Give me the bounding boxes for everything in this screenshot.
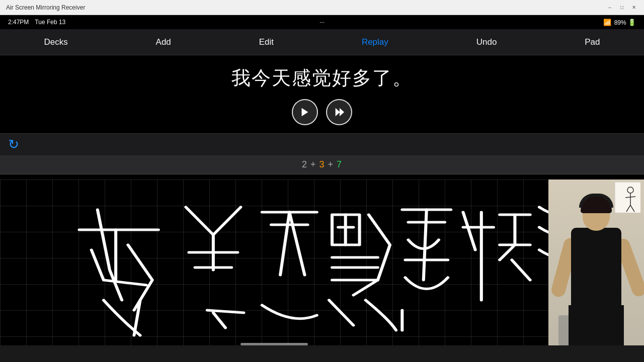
battery-icon: 🔋	[628, 19, 636, 26]
wall-art-svg	[615, 183, 640, 213]
chinese-sentence: 我今天感觉好多了。	[231, 65, 413, 91]
play-buttons	[292, 99, 352, 125]
date-display: Tue Feb 13	[35, 19, 65, 26]
window-title: Air Screen Mirroring Receiver	[6, 4, 606, 11]
score-part-1: 2	[302, 159, 307, 169]
handwriting-overlay	[0, 179, 548, 345]
battery-percentage: 89%	[614, 19, 626, 26]
nav-pad[interactable]: Pad	[575, 33, 610, 51]
play-button-2[interactable]	[326, 99, 352, 125]
play-icon-1	[299, 107, 310, 118]
window-controls: – □ ✕	[606, 4, 638, 12]
score-bar: 2 + 3 + 7	[0, 155, 644, 174]
undo-button[interactable]: ↺	[8, 137, 19, 152]
status-dots: ···	[319, 19, 325, 26]
controls-row: ↺	[0, 133, 644, 155]
status-right: 📶 89% 🔋	[603, 19, 636, 26]
score-sep-2: +	[328, 159, 337, 169]
score-part-3: 7	[337, 159, 342, 169]
score-display: 2 + 3 + 7	[302, 159, 342, 170]
webcam-body	[571, 228, 621, 338]
close-button[interactable]: ✕	[630, 4, 638, 12]
window-chrome: Air Screen Mirroring Receiver – □ ✕	[0, 0, 644, 15]
status-left: 2:47PM Tue Feb 13	[8, 19, 65, 26]
nav-replay[interactable]: Replay	[352, 33, 398, 51]
nav-add[interactable]: Add	[146, 33, 181, 51]
score-part-2: 3	[319, 159, 325, 169]
minimize-button[interactable]: –	[606, 4, 614, 12]
nav-edit[interactable]: Edit	[249, 33, 284, 51]
wall-art	[615, 182, 640, 212]
nav-bar: Decks Add Edit Replay Undo Pad	[0, 29, 644, 55]
score-sep-1: +	[310, 159, 319, 169]
wifi-icon: 📶	[603, 19, 611, 26]
nav-decks[interactable]: Decks	[34, 33, 77, 51]
play-button-1[interactable]	[292, 99, 318, 125]
svg-marker-2	[340, 108, 344, 117]
time-display: 2:47PM	[8, 19, 29, 26]
maximize-button[interactable]: □	[618, 4, 626, 12]
svg-marker-1	[336, 108, 340, 117]
main-content: 我今天感觉好多了。 ↺ 2 + 3 + 7	[0, 55, 644, 179]
svg-marker-0	[302, 108, 308, 117]
bottom-area	[0, 179, 644, 345]
play-icon-2	[334, 107, 345, 118]
battery-display: 89% 🔋	[614, 19, 636, 26]
status-bar: 2:47PM Tue Feb 13 ··· 📶 89% 🔋	[0, 15, 644, 29]
drawing-grid[interactable]	[0, 179, 548, 345]
camera-feed	[548, 179, 644, 345]
scroll-indicator	[240, 343, 308, 345]
nav-undo[interactable]: Undo	[466, 33, 507, 51]
